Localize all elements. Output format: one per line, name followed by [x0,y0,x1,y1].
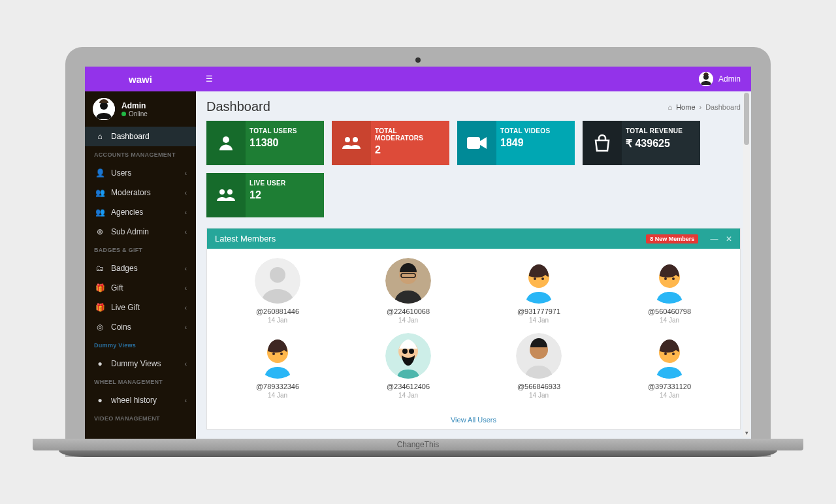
sidebar-item-dashboard[interactable]: ⌂ Dashboard [85,127,196,146]
member-card[interactable]: @22461006814 Jan [343,258,474,324]
users-icon [216,185,236,205]
view-all-users-link[interactable]: View All Users [451,416,496,424]
member-date: 14 Jan [343,317,474,324]
topbar-user-menu[interactable]: Admin [699,72,751,86]
member-avatar [516,333,562,379]
chevron-left-icon: ‹ [185,324,187,331]
sidebar-section-wheel: WHEEL MANAGEMENT [85,373,196,390]
members-grid: @26088144614 Jan@22461006814 Jan@9317779… [207,249,740,411]
dot-icon: ● [94,359,106,368]
member-date: 14 Jan [343,392,474,399]
dot-icon: ● [94,396,106,405]
badge-icon: 🗂 [94,264,106,273]
member-date: 14 Jan [474,392,604,399]
home-icon: ⌂ [668,103,673,111]
sidebar-section-accounts: ACCOUNTS MANAGEMENT [85,146,196,163]
svg-point-8 [219,189,225,195]
member-handle: @260881446 [212,307,343,315]
users-icon: 👥 [94,208,106,217]
member-handle: @931777971 [474,307,604,315]
chevron-left-icon: ‹ [185,265,187,272]
dashboard-icon: ⌂ [94,132,106,141]
sidebar-item-badges[interactable]: 🗂Badges‹ [85,259,196,278]
member-card[interactable]: @26088144614 Jan [212,258,343,324]
users-icon: 👥 [94,188,106,197]
stat-total-users[interactable]: TOTAL USERS11380 [206,121,324,165]
sidebar-item-livegift[interactable]: 🎁Live Gift‹ [85,298,196,317]
svg-point-22 [272,353,275,355]
svg-point-4 [223,136,229,143]
stat-total-revenue[interactable]: TOTAL REVENUE₹ 439625 [583,121,700,165]
sidebar-item-gift[interactable]: 🎁Gift‹ [85,278,196,298]
gift-icon: 🎁 [94,283,106,292]
member-card[interactable]: @23461240614 Jan [343,333,474,399]
sidebar: Admin Online ⌂ Dashboard ACCOUNTS MANAGE… [85,91,196,439]
stat-live-user[interactable]: LIVE USER12 [206,173,324,217]
page-title: Dashboard [206,99,270,114]
svg-point-9 [227,189,233,195]
breadcrumb-home[interactable]: Home [676,103,695,111]
member-card[interactable]: @39733112014 Jan [604,333,735,399]
sidebar-item-agencies[interactable]: 👥Agencies‹ [85,202,196,222]
menu-toggle-button[interactable]: ☰ [196,74,222,84]
new-members-badge: 8 New Members [646,234,698,244]
stat-total-videos[interactable]: TOTAL VIDEOS1849 [457,121,575,165]
member-avatar [255,258,300,304]
sidebar-user-status: Online [121,110,148,118]
member-card[interactable]: @93177797114 Jan [474,258,604,324]
panel-header: Latest Members 8 New Members — ✕ [207,228,740,249]
svg-point-31 [664,353,667,355]
chevron-left-icon: ‹ [185,304,187,311]
member-date: 14 Jan [212,317,343,324]
svg-point-27 [409,349,414,354]
member-date: 14 Jan [474,317,604,324]
sidebar-item-coins[interactable]: ◎Coins‹ [85,317,196,337]
svg-point-16 [534,277,536,280]
sidebar-item-moderators[interactable]: 👥Moderators‹ [85,183,196,202]
member-avatar [385,333,431,379]
breadcrumb-current: Dashboard [705,103,741,111]
member-handle: @560460798 [604,307,735,315]
sidebar-user-name: Admin [121,101,148,110]
member-date: 14 Jan [212,392,343,399]
brand-logo[interactable]: wawi [85,74,196,85]
svg-point-6 [353,137,358,142]
sidebar-item-wheelhistory[interactable]: ●wheel history‹ [85,390,196,410]
member-card[interactable]: @56684693314 Jan [474,333,604,399]
member-handle: @234612406 [343,383,474,390]
collapse-icon[interactable]: — [710,234,718,244]
sidebar-item-dummyviews[interactable]: ●Dummy Views‹ [85,354,196,373]
stat-total-moderators[interactable]: TOTAL MODERATORS2 [332,121,449,165]
sidebar-user-panel: Admin Online [85,91,196,127]
chevron-left-icon: ‹ [185,209,187,216]
sidebar-item-subadmin[interactable]: ⊕Sub Admin‹ [85,222,196,242]
chevron-left-icon: ‹ [185,189,187,197]
chevron-left-icon: ‹ [185,170,187,177]
member-card[interactable]: @78933234614 Jan [212,333,343,399]
svg-point-11 [270,267,285,283]
app-screen: wawi ☰ Admin [85,67,751,439]
svg-point-20 [672,277,675,280]
main-content: Dashboard ⌂ Home › Dashboard TOTAL USERS… [196,91,751,439]
svg-point-32 [672,353,675,355]
sidebar-section-video: VIDEO MANAGEMENT [85,410,196,427]
close-icon[interactable]: ✕ [726,234,732,244]
panel-title: Latest Members [215,234,276,244]
scrollbar[interactable]: ▾ [743,93,750,437]
chevron-left-icon: ‹ [185,360,187,368]
topbar: wawi ☰ Admin [85,67,751,91]
laptop-frame: wawi ☰ Admin [65,47,771,457]
chevron-left-icon: ‹ [185,285,187,292]
avatar-icon [93,98,115,120]
member-avatar [647,333,692,379]
svg-rect-7 [467,137,480,149]
laptop-base [59,450,777,457]
member-handle: @224610068 [343,307,474,315]
bag-icon [593,134,611,152]
svg-point-19 [664,277,667,280]
member-card[interactable]: @56046079814 Jan [604,258,735,324]
latest-members-panel: Latest Members 8 New Members — ✕ @260881… [206,228,741,430]
sidebar-item-users[interactable]: 👤Users‹ [85,163,196,183]
member-avatar [647,258,692,304]
video-icon [467,136,487,150]
